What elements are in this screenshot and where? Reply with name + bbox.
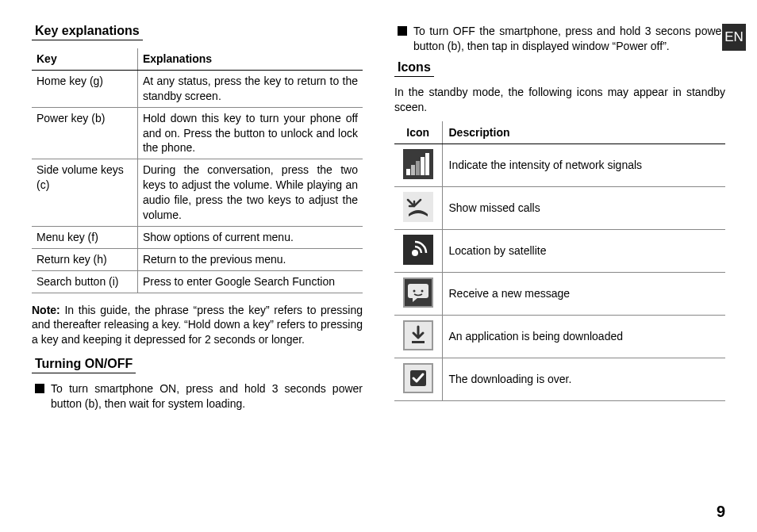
table-row: Search button (i) Press to enter Google … bbox=[32, 270, 363, 293]
description-cell: Location by satellite bbox=[442, 229, 725, 272]
signal-icon bbox=[403, 149, 433, 179]
language-badge: EN bbox=[722, 24, 746, 51]
bullet-turn-on: To turn smartphone ON, press and hold 3 … bbox=[32, 381, 363, 411]
svg-rect-1 bbox=[408, 284, 428, 298]
svg-point-2 bbox=[413, 289, 415, 292]
table-row: Indicate the intensity of network signal… bbox=[394, 144, 725, 186]
icon-cell bbox=[394, 144, 442, 186]
table-row: The downloading is over. bbox=[394, 358, 725, 400]
description-header: Description bbox=[442, 121, 725, 144]
key-cell: Side volume keys (c) bbox=[32, 159, 137, 227]
table-row: Side volume keys (c) During the conversa… bbox=[32, 159, 363, 227]
svg-rect-4 bbox=[412, 341, 425, 343]
explanation-cell: During the conversation, press the two k… bbox=[137, 159, 363, 227]
satellite-icon bbox=[403, 235, 433, 265]
icon-cell bbox=[394, 272, 442, 315]
explanation-cell: Show options of current menu. bbox=[137, 226, 363, 248]
download-icon bbox=[403, 320, 433, 350]
square-bullet-icon bbox=[398, 26, 407, 36]
table-row: An application is being downloaded bbox=[394, 315, 725, 358]
note-text: In this guide, the phrase “press the key… bbox=[32, 304, 363, 346]
icons-intro: In the standby mode, the following icons… bbox=[394, 85, 725, 115]
key-cell: Return key (h) bbox=[32, 248, 137, 270]
svg-point-0 bbox=[412, 250, 418, 256]
description-cell: Receive a new message bbox=[442, 272, 725, 315]
table-row: Menu key (f) Show options of current men… bbox=[32, 226, 363, 248]
bullet-turn-off: To turn OFF the smartphone, press and ho… bbox=[394, 24, 725, 54]
note-paragraph: Note: In this guide, the phrase “press t… bbox=[32, 303, 363, 348]
table-row: Location by satellite bbox=[394, 229, 725, 272]
key-header: Key bbox=[32, 48, 137, 70]
icon-cell bbox=[394, 315, 442, 358]
svg-point-3 bbox=[421, 289, 423, 292]
right-column: To turn OFF the smartphone, press and ho… bbox=[394, 24, 725, 418]
icon-cell bbox=[394, 229, 442, 272]
icons-heading: Icons bbox=[394, 60, 434, 77]
table-row: Home key (g) At any status, press the ke… bbox=[32, 70, 363, 107]
explanation-header: Explanations bbox=[137, 48, 363, 70]
missed-call-icon bbox=[403, 192, 433, 222]
table-row: Receive a new message bbox=[394, 272, 725, 315]
key-cell: Menu key (f) bbox=[32, 226, 137, 248]
page-number: 9 bbox=[717, 503, 725, 521]
key-cell: Power key (b) bbox=[32, 107, 137, 159]
description-cell: Show missed calls bbox=[442, 186, 725, 229]
bullet-text: To turn OFF the smartphone, press and ho… bbox=[413, 24, 725, 54]
table-row: Show missed calls bbox=[394, 186, 725, 229]
turning-heading: Turning ON/OFF bbox=[32, 357, 136, 373]
explanation-cell: At any status, press the key to return t… bbox=[137, 70, 363, 107]
key-cell: Search button (i) bbox=[32, 270, 137, 293]
note-label: Note: bbox=[32, 304, 60, 316]
key-explanations-heading: Key explanations bbox=[32, 24, 143, 40]
icon-header: Icon bbox=[394, 121, 442, 144]
explanation-cell: Return to the previous menu. bbox=[137, 248, 363, 270]
bullet-text: To turn smartphone ON, press and hold 3 … bbox=[51, 381, 363, 411]
explanation-cell: Press to enter Google Search Function bbox=[137, 270, 363, 293]
table-row: Return key (h) Return to the previous me… bbox=[32, 248, 363, 270]
icon-cell bbox=[394, 186, 442, 229]
explanation-cell: Hold down this key to turn your phone of… bbox=[137, 107, 363, 159]
table-row: Power key (b) Hold down this key to turn… bbox=[32, 107, 363, 159]
download-done-icon bbox=[403, 363, 433, 393]
description-cell: Indicate the intensity of network signal… bbox=[442, 144, 725, 186]
icons-table: Icon Description Indicate the intensity … bbox=[394, 121, 725, 401]
icon-cell bbox=[394, 358, 442, 400]
key-explanations-table: Key Explanations Home key (g) At any sta… bbox=[32, 48, 363, 293]
left-column: Key explanations Key Explanations Home k… bbox=[32, 24, 363, 418]
message-icon bbox=[403, 277, 433, 308]
square-bullet-icon bbox=[35, 384, 44, 393]
key-cell: Home key (g) bbox=[32, 70, 137, 107]
description-cell: An application is being downloaded bbox=[442, 315, 725, 358]
description-cell: The downloading is over. bbox=[442, 358, 725, 400]
